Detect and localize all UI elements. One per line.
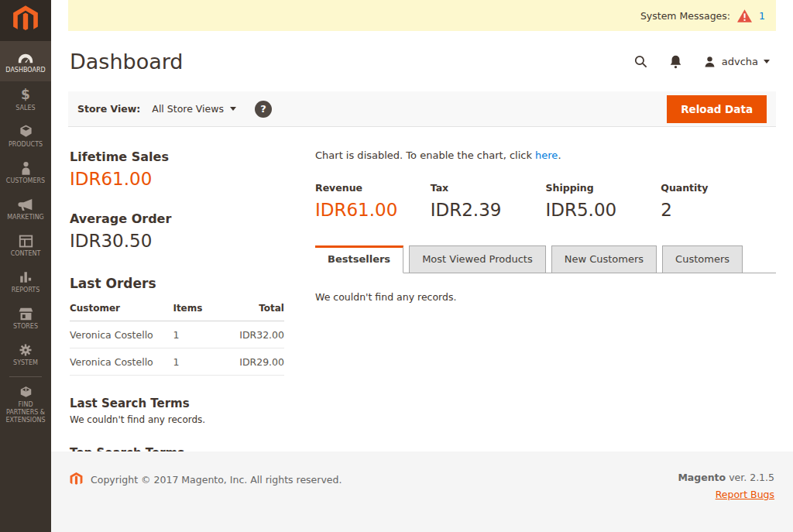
lifetime-sales-value: IDR61.00 <box>70 169 284 189</box>
sidebar-item-label: PRODUCTS <box>9 141 43 149</box>
column-header-items: Items <box>173 297 228 321</box>
sidebar-item-label: DASHBOARD <box>5 67 45 74</box>
user-menu-caret-icon <box>764 60 770 63</box>
system-icon <box>19 342 33 357</box>
stat-revenue: Revenue IDR61.00 <box>315 182 431 220</box>
store-view-value: All Store Views <box>152 103 224 115</box>
average-order-title: Average Order <box>70 211 284 226</box>
report-bugs-link[interactable]: Report Bugs <box>716 489 774 500</box>
table-row[interactable]: Veronica Costello 1 IDR29.00 <box>70 348 284 376</box>
help-button[interactable]: ? <box>255 101 272 118</box>
dashboard-content: Lifetime Sales IDR61.00 Average Order ID… <box>51 127 793 451</box>
enable-chart-link[interactable]: here <box>535 149 558 161</box>
stat-label: Tax <box>431 182 546 194</box>
sidebar-item-system[interactable]: SYSTEM <box>0 336 51 372</box>
header-actions: advcha <box>633 54 770 69</box>
stat-value: IDR2.39 <box>431 200 546 220</box>
store-view-label: Store View: <box>77 103 140 115</box>
dashboard-icon <box>18 49 33 64</box>
user-avatar-icon <box>703 55 716 68</box>
sidebar: DASHBOARD $ SALES PRODUCTS CUSTOMERS <box>0 0 51 532</box>
reload-data-button[interactable]: Reload Data <box>667 95 767 123</box>
sidebar-item-label: SALES <box>15 105 35 112</box>
tab-most-viewed-products[interactable]: Most Viewed Products <box>409 245 546 273</box>
sidebar-item-products[interactable]: PRODUCTS <box>0 118 51 154</box>
average-order-value: IDR30.50 <box>70 231 284 251</box>
stat-label: Revenue <box>315 182 431 194</box>
marketing-icon <box>18 196 33 211</box>
average-order-block: Average Order IDR30.50 <box>70 211 284 251</box>
sidebar-item-stores[interactable]: STORES <box>0 300 51 336</box>
system-messages-bar: System Messages: 1 <box>68 0 776 31</box>
last-search-terms-title: Last Search Terms <box>70 396 284 410</box>
table-row[interactable]: Veronica Costello 1 IDR32.00 <box>70 321 284 348</box>
tab-panel-empty-note: We couldn't find any records. <box>315 273 776 303</box>
sidebar-item-reports[interactable]: REPORTS <box>0 263 51 300</box>
last-orders-table: Customer Items Total Veronica Costello 1… <box>70 297 284 376</box>
store-view-select[interactable]: All Store Views <box>152 103 236 115</box>
stores-icon <box>19 305 33 321</box>
last-search-terms-block: Last Search Terms We couldn't find any r… <box>70 396 284 425</box>
username: advcha <box>722 56 758 67</box>
last-orders-title: Last Orders <box>70 276 284 291</box>
products-icon <box>19 123 33 139</box>
left-column: Lifetime Sales IDR61.00 Average Order ID… <box>70 149 284 451</box>
store-view-caret-icon <box>230 107 236 111</box>
stat-quantity: Quantity 2 <box>661 182 776 220</box>
order-total: IDR29.00 <box>228 348 284 376</box>
footer-right: Magento ver. 2.1.5 Report Bugs <box>678 472 774 500</box>
store-view-toolbar: Store View: All Store Views ? Reload Dat… <box>68 91 776 127</box>
column-header-customer: Customer <box>70 297 173 321</box>
system-messages-row: System Messages: 1 <box>51 0 793 31</box>
chart-notice-text: Chart is disabled. To enable the chart, … <box>315 149 535 161</box>
lifetime-sales-block: Lifetime Sales IDR61.00 <box>70 149 284 189</box>
sidebar-item-dashboard[interactable]: DASHBOARD <box>0 41 51 81</box>
sidebar-item-label: CONTENT <box>11 250 41 258</box>
tab-customers[interactable]: Customers <box>662 245 743 273</box>
magento-footer-logo-icon <box>70 472 83 487</box>
sales-icon: $ <box>21 87 30 102</box>
sidebar-item-marketing[interactable]: MARKETING <box>0 190 51 227</box>
tab-bestsellers[interactable]: Bestsellers <box>315 245 403 273</box>
sidebar-item-label: CUSTOMERS <box>6 177 45 185</box>
search-icon[interactable] <box>633 54 648 69</box>
system-messages-label: System Messages: <box>640 10 730 22</box>
app-window: DASHBOARD $ SALES PRODUCTS CUSTOMERS <box>0 0 793 532</box>
page-footer: Copyright © 2017 Magento, Inc. All right… <box>51 451 793 532</box>
magento-logo[interactable] <box>0 0 51 41</box>
sidebar-item-label: REPORTS <box>12 287 40 294</box>
page-title: Dashboard <box>70 50 183 74</box>
sidebar-item-customers[interactable]: CUSTOMERS <box>0 154 51 190</box>
reports-icon <box>19 269 33 284</box>
order-total: IDR32.00 <box>228 321 284 348</box>
stat-value: IDR5.00 <box>546 200 661 220</box>
customers-icon <box>20 160 32 175</box>
dashboard-tabs: Bestsellers Most Viewed Products New Cus… <box>315 245 776 273</box>
sidebar-item-label: SYSTEM <box>13 359 38 367</box>
stat-shipping: Shipping IDR5.00 <box>546 182 661 220</box>
top-search-terms-title: Top Search Terms <box>70 446 284 451</box>
copyright-text: Copyright © 2017 Magento, Inc. All right… <box>91 474 342 486</box>
content-icon <box>19 232 33 248</box>
last-search-empty-note: We couldn't find any records. <box>70 414 284 425</box>
magento-logo-icon <box>12 5 39 37</box>
version-line: Magento ver. 2.1.5 <box>678 472 774 483</box>
warning-triangle-icon <box>737 9 752 22</box>
stat-value: 2 <box>661 200 776 220</box>
chart-disabled-notice: Chart is disabled. To enable the chart, … <box>315 149 776 161</box>
main-area: System Messages: 1 Dashboard <box>51 0 793 532</box>
brand-name: Magento <box>678 472 726 483</box>
order-customer: Veronica Costello <box>70 348 173 376</box>
sidebar-item-content[interactable]: CONTENT <box>0 227 51 263</box>
sidebar-item-sales[interactable]: $ SALES <box>0 81 51 118</box>
tab-new-customers[interactable]: New Customers <box>551 245 657 273</box>
stat-label: Quantity <box>661 182 776 194</box>
sidebar-item-label: MARKETING <box>7 214 44 221</box>
system-messages-count-link[interactable]: 1 <box>759 10 765 22</box>
notifications-bell-icon[interactable] <box>669 54 682 69</box>
stat-label: Shipping <box>546 182 661 194</box>
sidebar-item-find-partners[interactable]: FIND PARTNERS & EXTENSIONS <box>0 382 51 425</box>
sidebar-divider <box>9 376 42 377</box>
page-header: Dashboard <box>51 31 793 91</box>
user-menu[interactable]: advcha <box>703 55 770 68</box>
